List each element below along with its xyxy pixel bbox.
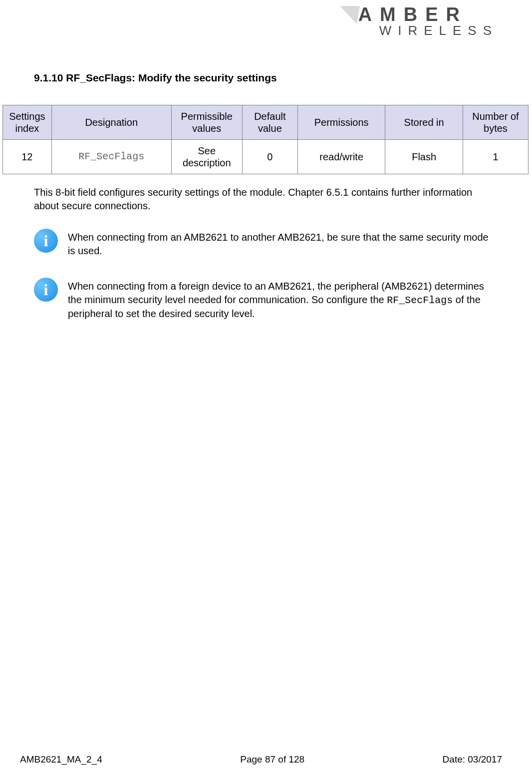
info-note-2-code: RF_SecFlags	[387, 295, 453, 306]
td-permissions: read/write	[297, 140, 385, 174]
td-index: 12	[3, 140, 52, 174]
info-icon: i	[34, 278, 58, 302]
table-row: 12 RF_SecFlags See description 0 read/wr…	[3, 140, 529, 174]
info-note-1-text: When connecting from an AMB2621 to anoth…	[68, 226, 493, 258]
td-permissible: See description	[171, 140, 242, 174]
body-paragraph: This 8-bit field configures security set…	[34, 186, 493, 213]
section-heading: 9.1.10 RF_SecFlags: Modify the security …	[34, 72, 277, 84]
footer-doc-id: AMB2621_MA_2_4	[20, 754, 102, 765]
th-default: Default value	[242, 105, 297, 140]
brand-logo: AMBER WIRELESS	[358, 5, 498, 38]
th-stored: Stored in	[385, 105, 463, 140]
th-permissible: Permissible values	[171, 105, 242, 140]
th-bytes: Number of bytes	[463, 105, 528, 140]
td-default: 0	[242, 140, 297, 174]
footer-page-number: Page 87 of 128	[240, 754, 304, 765]
th-designation: Designation	[51, 105, 171, 140]
footer-date: Date: 03/2017	[443, 754, 502, 765]
th-settings-index: Settings index	[3, 105, 52, 140]
table-header-row: Settings index Designation Permissible v…	[3, 105, 529, 140]
logo-line1: AMBER	[358, 5, 498, 24]
td-stored: Flash	[385, 140, 463, 174]
info-note-2: i When connecting from a foreign device …	[34, 275, 493, 321]
settings-table: Settings index Designation Permissible v…	[2, 105, 529, 174]
page-footer: AMB2621_MA_2_4 Page 87 of 128 Date: 03/2…	[20, 754, 502, 765]
info-note-2-text: When connecting from a foreign device to…	[68, 275, 493, 321]
td-bytes: 1	[463, 140, 528, 174]
td-designation: RF_SecFlags	[51, 140, 171, 174]
logo-line2: WIRELESS	[379, 23, 498, 38]
th-permissions: Permissions	[297, 105, 385, 140]
info-icon: i	[34, 229, 58, 253]
logo-triangle-icon	[336, 6, 359, 24]
page: AMBER WIRELESS 9.1.10 RF_SecFlags: Modif…	[0, 0, 532, 781]
info-note-1: i When connecting from an AMB2621 to ano…	[34, 226, 493, 258]
